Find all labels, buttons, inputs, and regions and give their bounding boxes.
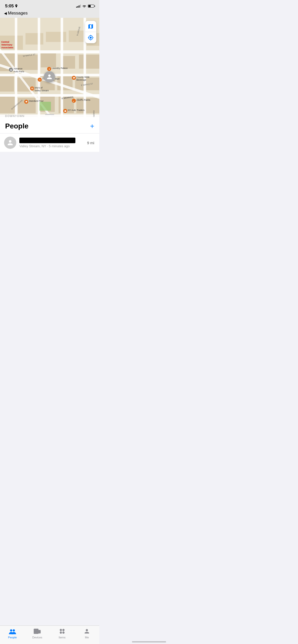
poi-laundry: Laundry Palace <box>47 67 68 71</box>
person-name-redacted <box>19 138 75 143</box>
user-location-pin <box>44 71 55 82</box>
tab-people-label: People <box>8 636 17 639</box>
street-emerson: EMERSON <box>92 110 95 117</box>
people-section: People + Valley Stream, NY · 5 minutes a… <box>0 117 99 152</box>
location-icon <box>88 35 94 41</box>
person-distance: 9 mi <box>87 141 94 145</box>
svg-rect-8 <box>41 53 56 67</box>
svg-rect-2 <box>25 33 43 45</box>
back-label: Messages <box>8 11 28 16</box>
location-active-icon <box>15 4 18 8</box>
svg-rect-11 <box>0 76 14 92</box>
map-view[interactable]: Central Veterinary Associates AdvanceAut… <box>0 18 99 117</box>
svg-point-35 <box>13 629 15 632</box>
tab-devices[interactable]: Devices <box>25 628 50 639</box>
poi-standard-pour: Standard Pour <box>24 100 44 104</box>
svg-point-41 <box>60 632 62 634</box>
tab-devices-label: Devices <box>32 636 42 639</box>
person-row[interactable]: Valley Stream, NY · 5 minutes ago 9 mi <box>0 133 99 152</box>
tab-bar: People Devices Items <box>0 625 99 644</box>
poi-ny-auto: NY Auto Traders <box>63 109 85 113</box>
tab-me[interactable]: Me <box>75 628 100 639</box>
back-nav[interactable]: ◀ Messages <box>0 10 99 18</box>
svg-point-40 <box>62 629 65 631</box>
poi-mias: Mia's ofValley Stream <box>30 86 49 92</box>
svg-point-39 <box>60 629 62 631</box>
person-location: Valley Stream, NY · 5 minutes ago <box>19 144 84 148</box>
downtown-label: DOWNTOWNVALLEYSTREAM <box>5 114 24 117</box>
devices-tab-icon <box>34 628 41 635</box>
time-display: 5:05 <box>5 4 14 9</box>
tab-items[interactable]: Items <box>50 628 75 639</box>
svg-rect-37 <box>38 630 41 633</box>
status-bar: 5:05 <box>0 0 99 10</box>
section-header: People + <box>0 117 99 133</box>
tab-items-label: Items <box>59 636 65 639</box>
section-title: People <box>5 122 29 130</box>
svg-rect-4 <box>69 31 84 42</box>
map-type-button[interactable] <box>85 21 96 32</box>
status-icons <box>76 5 94 8</box>
svg-point-33 <box>49 68 50 69</box>
poi-central-vet: Central Veterinary Associates <box>1 41 20 49</box>
empty-space <box>0 152 99 623</box>
svg-rect-16 <box>0 97 15 113</box>
person-avatar <box>4 137 16 149</box>
me-tab-icon <box>83 628 90 635</box>
tab-people[interactable]: People <box>0 628 25 639</box>
map-icon <box>88 23 94 30</box>
svg-point-34 <box>10 629 12 632</box>
wifi-icon <box>82 5 86 8</box>
tab-me-label: Me <box>85 636 89 639</box>
poi-advance-auto: AdvanceAuto Parts <box>9 67 24 73</box>
signal-strength <box>76 5 81 8</box>
drag-indicator <box>45 114 54 115</box>
status-time: 5:05 <box>5 4 18 9</box>
poi-aboffs: Aboff's Paints <box>72 99 90 103</box>
svg-rect-10 <box>79 55 99 69</box>
battery-icon <box>88 5 94 8</box>
poi-county-wide: County WideBeverage <box>72 76 90 81</box>
svg-point-42 <box>62 632 65 634</box>
add-person-button[interactable]: + <box>90 123 94 130</box>
items-tab-icon <box>59 628 66 635</box>
people-tab-icon <box>9 628 16 635</box>
map-controls <box>85 21 96 43</box>
location-button[interactable] <box>85 32 96 43</box>
person-info: Valley Stream, NY · 5 minutes ago <box>19 138 84 148</box>
back-chevron-icon: ◀ <box>4 11 7 15</box>
